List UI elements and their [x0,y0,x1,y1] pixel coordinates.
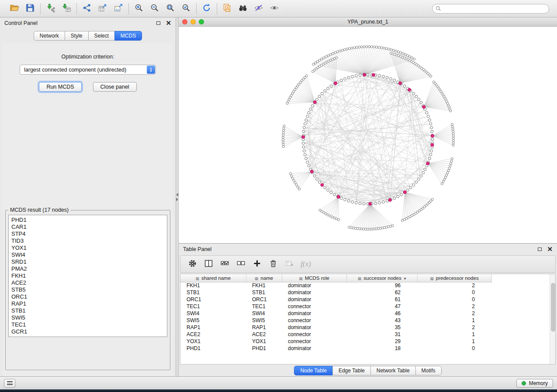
cell-name: STB1 [246,289,282,296]
tab-network-table[interactable]: Network Table [370,366,416,375]
chevron-down-icon: ▾ [404,276,406,281]
mcds-result-item[interactable]: RAP1 [11,300,164,307]
window-close-button[interactable] [182,19,187,24]
mcds-result-item[interactable]: STP4 [11,230,164,237]
delete-column-button[interactable] [266,258,280,271]
table-row[interactable]: RAP1RAP1dominator352 [180,324,491,331]
select-all-button[interactable] [218,258,231,271]
tab-style[interactable]: Style [65,31,89,41]
table-row[interactable]: STB1STB1dominator620 [180,289,491,296]
mcds-result-item[interactable]: FKH1 [11,272,164,279]
hamburger-icon [7,381,13,382]
memory-status-icon [522,381,526,385]
import-network-button[interactable] [44,2,58,15]
mcds-result-item[interactable]: ACE2 [11,279,164,286]
refresh-button[interactable] [200,2,214,15]
search-input[interactable] [432,4,549,14]
mcds-result-item[interactable]: TID3 [11,237,164,244]
criterion-value: largest connected component (undirected) [24,67,126,73]
export-table-icon [98,3,107,14]
control-panel-tabs: NetworkStyleSelectMCDS [0,29,176,42]
table-toolbar: f(x) [180,255,556,273]
tab-edge-table[interactable]: Edge Table [332,366,371,375]
zoom-selected-button[interactable] [179,2,193,15]
table-row[interactable]: ACE2ACE2connector311 [180,331,491,338]
mcds-result-item[interactable]: STB5 [11,286,164,293]
network-canvas[interactable] [179,27,557,243]
zoom-fit-button[interactable] [163,2,177,15]
column-header-predecessor-nodes[interactable]: ▦predecessor nodes [417,274,491,282]
export-table-button[interactable] [96,2,110,15]
table-row[interactable]: PHD1PHD1dominator180 [180,345,491,352]
table-settings-button[interactable] [186,258,199,271]
memory-button[interactable]: Memory [516,379,553,388]
zoom-selected-icon [181,3,191,14]
close-panel-icon[interactable]: ✕ [166,21,171,26]
application-window: Control Panel ✕ NetworkStyleSelectMCDS O… [0,0,557,392]
close-panel-button[interactable]: Close panel [93,82,137,92]
status-menu-button[interactable] [4,379,15,388]
expand-right-icon[interactable] [176,198,178,201]
mcds-result-item[interactable]: YOX1 [11,244,164,251]
mcds-result-list[interactable]: PHD1CAR1STP4TID3YOX1SWI4SRD1PMA2FKH1ACE2… [8,215,167,337]
cell-succ: 61 [346,296,417,303]
gear-icon [188,259,197,270]
mcds-result-item[interactable]: ORC1 [11,293,164,300]
unselect-all-button[interactable] [234,258,247,271]
criterion-dropdown[interactable]: largest connected component (undirected)… [20,65,156,75]
cell-shared_name: ORC1 [180,296,246,303]
close-table-panel-icon[interactable]: ✕ [547,247,553,252]
mcds-result-item[interactable]: CAR1 [11,224,164,230]
table-row[interactable]: YOX1YOX1connector291 [180,338,491,345]
hide-graphics-button[interactable] [252,2,266,15]
cell-name: TEC1 [246,303,282,310]
mcds-result-item[interactable]: TEC1 [11,321,164,328]
column-header-MCDS-role[interactable]: ▦MCDS role [282,274,346,282]
export-network-button[interactable] [80,2,94,15]
column-header-name[interactable]: ▦name [246,274,282,282]
column-label: predecessor nodes [436,275,479,281]
mcds-result-item[interactable]: SWI5 [11,314,164,321]
mcds-result-item[interactable]: SRD1 [11,258,164,265]
scrollbar-thumb[interactable] [551,283,555,332]
add-column-button[interactable] [250,258,263,271]
zoom-in-button[interactable] [132,2,146,15]
window-minimize-button[interactable] [190,19,196,24]
show-columns-button[interactable] [202,258,215,271]
open-file-button[interactable] [7,2,21,15]
find-button[interactable] [236,2,250,15]
mcds-result-item[interactable]: PMA2 [11,265,164,272]
column-header-successor-nodes[interactable]: ▦successor nodes▾ [346,274,417,282]
clone-network-button[interactable] [220,2,234,15]
column-header-shared-name[interactable]: ▦shared name [180,274,246,282]
table-row[interactable]: SWI4SWI4dominator462 [180,310,491,317]
import-table-button[interactable] [59,2,73,15]
save-session-button[interactable] [23,2,37,15]
mcds-result-item[interactable]: PHD1 [11,217,164,224]
tab-node-table[interactable]: Node Table [294,366,333,375]
table-row[interactable]: FKH1FKH1dominator962 [180,282,491,289]
table-row[interactable]: SWI5SWI5connector431 [180,317,491,324]
window-zoom-button[interactable] [199,19,204,24]
zoom-out-button[interactable] [148,2,162,15]
collapse-left-icon[interactable] [176,193,178,196]
tab-select[interactable]: Select [88,31,115,41]
tab-mcds[interactable]: MCDS [114,31,142,41]
mcds-result-item[interactable]: STB1 [11,307,164,314]
cell-pred: 1 [417,317,491,324]
table-row[interactable]: TEC1TEC1connector472 [180,303,491,310]
mcds-result-item[interactable]: SWI4 [11,251,164,258]
panel-splitter[interactable] [176,17,179,376]
delete-table-icon [285,259,294,270]
export-image-button[interactable] [111,2,125,15]
float-panel-button[interactable] [156,20,160,26]
mcds-result-item[interactable]: GCR1 [11,328,164,335]
float-table-panel-button[interactable] [538,246,542,252]
tab-motifs[interactable]: Motifs [415,366,442,375]
tab-network[interactable]: Network [34,31,65,41]
run-mcds-button[interactable]: Run MCDS [39,82,81,92]
show-graphics-button[interactable] [267,2,281,15]
export-image-icon [114,3,123,14]
table-row[interactable]: ORC1ORC1dominator610 [180,296,491,303]
table-scrollbar[interactable] [550,274,555,364]
